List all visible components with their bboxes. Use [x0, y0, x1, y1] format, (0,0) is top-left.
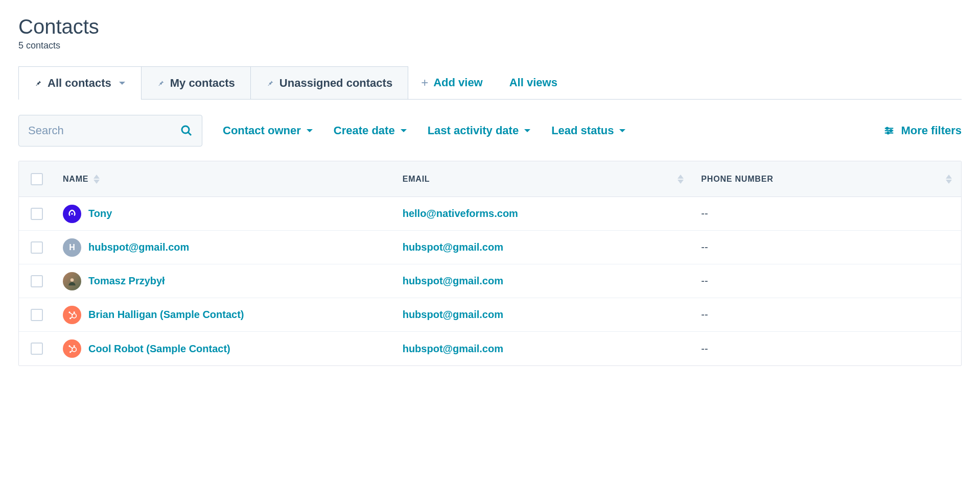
- more-filters-button[interactable]: More filters: [883, 124, 962, 137]
- contact-email-link[interactable]: hubspot@gmail.com: [403, 309, 503, 321]
- column-header-email[interactable]: EMAIL: [394, 175, 693, 184]
- svg-point-17: [74, 345, 75, 347]
- pin-icon: [266, 79, 274, 87]
- contact-name-link[interactable]: Cool Robot (Sample Contact): [88, 343, 230, 355]
- avatar: H: [63, 238, 81, 257]
- contact-name-link[interactable]: Tomasz Przybył: [88, 275, 165, 287]
- row-select-cell: [19, 275, 55, 287]
- avatar: [63, 205, 81, 223]
- chevron-down-icon: [619, 127, 626, 134]
- contact-phone: --: [701, 275, 708, 287]
- cell-email: hello@nativeforms.com: [394, 208, 693, 219]
- tab-my-contacts[interactable]: My contacts: [141, 66, 251, 99]
- tab-unassigned-contacts[interactable]: Unassigned contacts: [250, 66, 408, 99]
- hubspot-icon: [67, 344, 77, 354]
- chevron-down-icon: [524, 127, 531, 134]
- chevron-down-icon: [400, 127, 407, 134]
- row-checkbox[interactable]: [31, 343, 43, 355]
- plus-icon: +: [421, 76, 428, 90]
- contact-name-link[interactable]: hubspot@gmail.com: [88, 241, 189, 253]
- table-row: Brian Halligan (Sample Contact)hubspot@g…: [19, 298, 961, 332]
- table-row: Cool Robot (Sample Contact)hubspot@gmail…: [19, 332, 961, 365]
- cell-email: hubspot@gmail.com: [394, 343, 693, 355]
- add-view-button[interactable]: + Add view: [408, 66, 496, 99]
- row-checkbox[interactable]: [31, 241, 43, 254]
- table-body: Tonyhello@nativeforms.com--Hhubspot@gmai…: [19, 197, 961, 365]
- svg-point-10: [74, 311, 75, 313]
- cell-phone: --: [693, 343, 961, 355]
- row-select-cell: [19, 241, 55, 254]
- avatar-letter: H: [69, 243, 75, 252]
- tab-label: All contacts: [48, 77, 111, 90]
- pin-icon: [157, 79, 165, 87]
- column-header-name[interactable]: NAME: [55, 175, 394, 184]
- table-header: NAME EMAIL PHONE NUMBER: [19, 161, 961, 197]
- column-header-phone[interactable]: PHONE NUMBER: [693, 175, 961, 184]
- contact-phone: --: [701, 343, 708, 355]
- svg-line-15: [71, 317, 73, 318]
- avatar: [63, 339, 81, 358]
- contact-phone: --: [701, 309, 708, 321]
- search-box[interactable]: [18, 115, 202, 146]
- avatar-photo: [67, 276, 77, 286]
- cell-email: hubspot@gmail.com: [394, 241, 693, 253]
- add-view-label: Add view: [433, 76, 483, 89]
- filter-last-activity[interactable]: Last activity date: [428, 124, 531, 137]
- cell-email: hubspot@gmail.com: [394, 309, 693, 321]
- table-row: Hhubspot@gmail.comhubspot@gmail.com--: [19, 231, 961, 264]
- tab-label: My contacts: [170, 77, 235, 90]
- row-checkbox[interactable]: [31, 275, 43, 287]
- filter-contact-owner[interactable]: Contact owner: [223, 124, 313, 137]
- row-select-cell: [19, 343, 55, 355]
- contact-email-link[interactable]: hello@nativeforms.com: [403, 208, 518, 219]
- cell-email: hubspot@gmail.com: [394, 275, 693, 287]
- filter-create-date[interactable]: Create date: [334, 124, 407, 137]
- cell-name: Hhubspot@gmail.com: [55, 238, 394, 257]
- all-views-link[interactable]: All views: [496, 66, 571, 99]
- contact-phone: --: [701, 241, 708, 253]
- avatar: [63, 306, 81, 324]
- hubspot-icon: [67, 310, 77, 320]
- page-title: Contacts: [18, 15, 962, 38]
- filter-lead-status[interactable]: Lead status: [551, 124, 626, 137]
- sort-icon: [678, 175, 685, 184]
- chevron-down-icon: [119, 81, 126, 86]
- search-icon: [180, 125, 193, 137]
- svg-point-0: [182, 126, 189, 133]
- table-row: Tomasz Przybyłhubspot@gmail.com--: [19, 264, 961, 298]
- contact-name-link[interactable]: Brian Halligan (Sample Contact): [88, 309, 244, 321]
- contact-phone: --: [701, 208, 708, 219]
- svg-line-13: [70, 312, 73, 314]
- cell-name: Tomasz Przybył: [55, 272, 394, 290]
- row-checkbox[interactable]: [31, 309, 43, 321]
- tabs-row: All contacts My contacts Unassigned cont…: [18, 66, 962, 100]
- row-checkbox[interactable]: [31, 208, 43, 220]
- svg-line-20: [70, 347, 73, 349]
- svg-point-7: [888, 132, 890, 134]
- sort-icon: [94, 175, 101, 184]
- cell-name: Cool Robot (Sample Contact): [55, 339, 394, 358]
- cell-phone: --: [693, 241, 961, 253]
- contact-email-link[interactable]: hubspot@gmail.com: [403, 241, 503, 253]
- svg-line-22: [71, 351, 73, 352]
- table-row: Tonyhello@nativeforms.com--: [19, 197, 961, 231]
- column-label: PHONE NUMBER: [701, 175, 773, 184]
- search-input[interactable]: [28, 124, 180, 137]
- all-views-label: All views: [509, 76, 557, 89]
- contact-email-link[interactable]: hubspot@gmail.com: [403, 275, 503, 287]
- select-all-checkbox[interactable]: [31, 173, 43, 185]
- svg-point-8: [71, 278, 74, 282]
- select-all-cell: [19, 173, 55, 185]
- tab-all-contacts[interactable]: All contacts: [18, 66, 142, 99]
- contact-email-link[interactable]: hubspot@gmail.com: [403, 343, 503, 355]
- column-label: EMAIL: [403, 175, 430, 184]
- cell-phone: --: [693, 309, 961, 321]
- sort-icon: [946, 175, 953, 184]
- filter-label: Contact owner: [223, 124, 301, 137]
- tab-label: Unassigned contacts: [279, 77, 392, 90]
- contacts-table: NAME EMAIL PHONE NUMBER Tonyhello@native…: [18, 161, 962, 366]
- rocket-icon: [67, 209, 77, 219]
- contact-count: 5 contacts: [18, 40, 962, 51]
- contact-name-link[interactable]: Tony: [88, 208, 112, 219]
- filter-row: Contact owner Create date Last activity …: [18, 100, 962, 161]
